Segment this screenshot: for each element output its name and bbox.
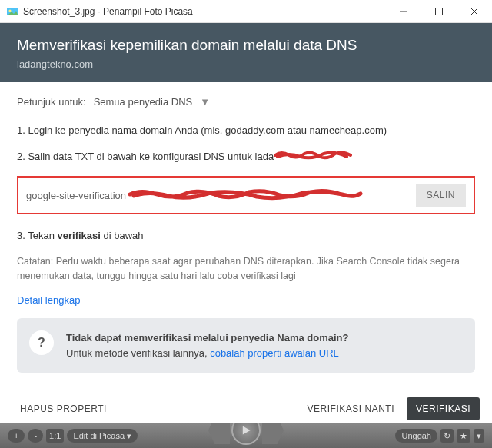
page-title: Memverifikasi kepemilikan domain melalui…: [17, 37, 475, 54]
info-title: Tidak dapat memverifikasi melalui penyed…: [66, 330, 349, 346]
actual-size-button[interactable]: 1:1: [46, 429, 64, 443]
detail-link[interactable]: Detail lengkap: [17, 294, 475, 306]
info-body: Untuk metode verifikasi lainnya,: [66, 347, 210, 359]
txt-record-value: google-site-verification: [26, 187, 364, 204]
verify-later-button[interactable]: VERIFIKASI NANTI: [300, 397, 402, 420]
prev-button[interactable]: [208, 423, 230, 444]
redaction-scribble: [126, 187, 364, 204]
page-subtitle: ladangtekno.com: [17, 58, 475, 70]
upload-button[interactable]: Unggah: [395, 429, 437, 443]
minimize-button[interactable]: [386, 0, 421, 23]
step-2: 2. Salin data TXT di bawah ke konfiguras…: [17, 149, 475, 166]
edit-in-picasa-button[interactable]: Edit di Picasa ▾: [67, 429, 138, 443]
window-title: Screenshot_3.jpg - Penampil Foto Picasa: [23, 6, 386, 17]
zoom-out-button[interactable]: -: [28, 429, 43, 443]
page-header: Memverifikasi kepemilikan domain melalui…: [0, 23, 492, 82]
more-button[interactable]: ▾: [474, 429, 484, 443]
provider-dropdown[interactable]: Semua penyedia DNS ▼: [94, 96, 211, 108]
close-button[interactable]: [457, 0, 492, 23]
verify-button[interactable]: VERIFIKASI: [407, 397, 480, 420]
rotate-button[interactable]: ↻: [440, 429, 454, 443]
redaction-scribble: [274, 149, 358, 166]
play-button[interactable]: [231, 423, 261, 445]
star-button[interactable]: ★: [457, 429, 470, 443]
next-button[interactable]: [262, 423, 284, 444]
provider-selected: Semua penyedia DNS: [94, 96, 193, 108]
copy-button[interactable]: SALIN: [416, 184, 466, 207]
chevron-down-icon: ▼: [200, 96, 210, 108]
dialog-footer: HAPUS PROPERTI VERIFIKASI NANTI VERIFIKA…: [0, 393, 492, 423]
txt-record-box: google-site-verification SALIN: [17, 176, 475, 214]
zoom-in-button[interactable]: +: [8, 429, 25, 443]
chevron-down-icon: ▾: [127, 431, 131, 441]
maximize-button[interactable]: [421, 0, 457, 23]
step-3: 3. Tekan verifikasi di bawah: [17, 228, 475, 244]
question-icon: ?: [29, 330, 54, 355]
app-icon: [6, 5, 18, 18]
note-text: Catatan: Perlu waktu beberapa saat agar …: [17, 254, 475, 284]
info-box: ? Tidak dapat memverifikasi melalui peny…: [17, 318, 475, 373]
svg-point-1: [9, 9, 12, 12]
info-link[interactable]: cobalah properti awalan URL: [210, 347, 339, 359]
provider-label: Petunjuk untuk:: [17, 96, 86, 108]
svg-rect-3: [436, 8, 443, 15]
remove-property-button[interactable]: HAPUS PROPERTI: [12, 397, 115, 420]
step-1: 1. Login ke penyedia nama domain Anda (m…: [17, 123, 475, 138]
picasa-toolbar: + - 1:1 Edit di Picasa ▾ Unggah ↻ ★ ▾: [0, 423, 492, 448]
window-titlebar: Screenshot_3.jpg - Penampil Foto Picasa: [0, 0, 492, 23]
